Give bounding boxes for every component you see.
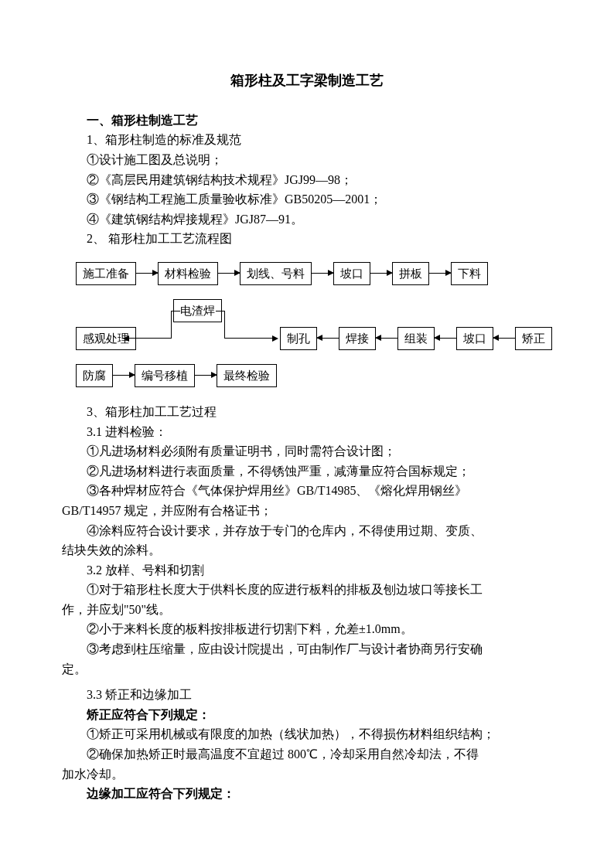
- heading-bold: 矫正应符合下列规定：: [62, 705, 552, 725]
- flow-box: 焊接: [339, 327, 376, 350]
- arrow-right-icon: [218, 273, 240, 274]
- text-line: 3.2 放样、号料和切割: [62, 560, 552, 580]
- arrow-right-icon: [429, 273, 451, 274]
- flow-row-3: 防腐 编号移植 最终检验: [76, 360, 552, 391]
- text-line: ②小于来料长度的板料按排板进行切割下料，允差±1.0mm。: [62, 619, 552, 639]
- connector-icon: [171, 311, 172, 339]
- text-line: ②《高层民用建筑钢结构技术规程》JGJ99—98；: [62, 170, 552, 190]
- text-line: GB/T14957 规定，并应附有合格证书；: [62, 501, 552, 521]
- flow-box: 施工准备: [76, 262, 136, 285]
- flow-box: 坡口: [456, 327, 493, 350]
- text-line: ①设计施工图及总说明；: [62, 150, 552, 170]
- arrow-right-icon: [113, 375, 135, 376]
- text-line: ①凡进场材料必须附有质量证明书，同时需符合设计图；: [62, 441, 552, 461]
- section-1-heading: 一、箱形柱制造工艺: [62, 111, 552, 131]
- flow-box: 防腐: [76, 364, 113, 387]
- arrow-left-icon: [493, 338, 515, 339]
- flowchart: 施工准备 材料检验 划线、号料 坡口 拼板 下料 电渣焊 感观处理 制孔 焊接 …: [62, 258, 552, 391]
- flow-box: 坡口: [333, 262, 370, 285]
- flow-box: 最终检验: [217, 364, 277, 387]
- text-line: ④涂料应符合设计要求，并存放于专门的仓库内，不得使用过期、变质、: [62, 521, 552, 541]
- page-title: 箱形柱及工字梁制造工艺: [62, 70, 552, 92]
- text-line: 2、 箱形柱加工工艺流程图: [62, 229, 552, 249]
- arrow-right-icon: [195, 375, 217, 376]
- arrow-right-icon: [370, 273, 392, 274]
- arrow-right-icon: [136, 273, 158, 274]
- flow-row-2-group: 电渣焊 感观处理 制孔 焊接 组装 坡口 矫正: [76, 300, 552, 349]
- text-line: 3、箱形柱加工工艺过程: [62, 402, 552, 422]
- flow-box: 拼板: [392, 262, 429, 285]
- text-line: ②凡进场材料进行表面质量，不得锈蚀严重，减薄量应符合国标规定；: [62, 461, 552, 482]
- flow-box: 制孔: [280, 327, 317, 350]
- text-line: 作，并应划"50"线。: [62, 600, 552, 620]
- arrow-right-icon: [312, 273, 333, 274]
- text-line: ③《钢结构工程施工质量验收标准》GB50205—2001；: [62, 189, 552, 209]
- text-line: ①对于箱形柱长度大于供料长度的应进行板料的排板及刨边坡口等接长工: [62, 580, 552, 600]
- arrow-left-icon: [376, 338, 397, 339]
- text-line: 1、箱形柱制造的标准及规范: [62, 130, 552, 150]
- connector-icon: [224, 311, 225, 339]
- arrow-left-icon: [435, 338, 456, 339]
- text-line: 结块失效的涂料。: [62, 540, 552, 560]
- text-line: ③考虑到柱压缩量，应由设计院提出，可由制作厂与设计者协商另行安确: [62, 639, 552, 659]
- flow-row-1: 施工准备 材料检验 划线、号料 坡口 拼板 下料: [76, 258, 552, 289]
- flow-box: 组装: [397, 327, 435, 350]
- text-line: ③各种焊材应符合《气体保护焊用丝》GB/T14985、《熔化焊用钢丝》: [62, 481, 552, 501]
- text-line: 3.1 进料检验：: [62, 422, 552, 442]
- heading-bold: 边缘加工应符合下列规定：: [62, 784, 552, 804]
- flow-box: 电渣焊: [173, 299, 222, 322]
- flow-box: 矫正: [515, 327, 552, 350]
- text-line: 加水冷却。: [62, 764, 552, 785]
- text-line: 3.3 矫正和边缘加工: [62, 685, 552, 705]
- text-line: ④《建筑钢结构焊接规程》JGJ87—91。: [62, 209, 552, 230]
- text-line: 定。: [62, 659, 552, 679]
- flow-box: 划线、号料: [240, 262, 312, 285]
- text-line: ①矫正可采用机械或有限度的加热（线状加热），不得损伤材料组织结构；: [62, 724, 552, 744]
- flow-box: 材料检验: [158, 262, 218, 285]
- flow-box: 下料: [451, 262, 488, 285]
- text-line: ②确保加热矫正时最高温度不宜超过 800℃，冷却采用自然冷却法，不得: [62, 744, 552, 764]
- flow-box: 编号移植: [135, 364, 195, 387]
- arrow-left-icon: [317, 338, 339, 339]
